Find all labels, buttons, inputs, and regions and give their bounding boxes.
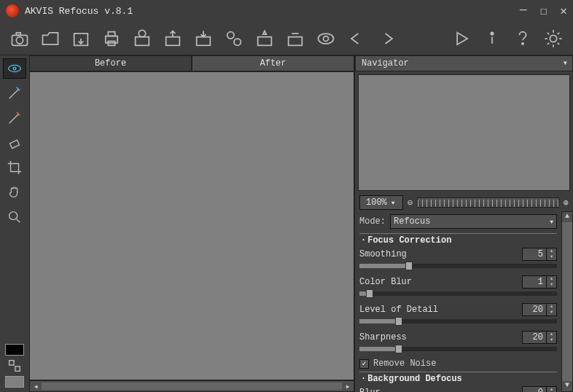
- scroll-right-icon[interactable]: ▸: [342, 381, 354, 392]
- svg-rect-7: [136, 36, 149, 45]
- image-canvas[interactable]: [29, 71, 354, 380]
- redo-arrow-icon[interactable]: [375, 26, 399, 51]
- crop-tool[interactable]: [3, 157, 26, 178]
- window-title: AKVIS Refocus v.8.1: [25, 6, 133, 17]
- spin-down-icon[interactable]: ▼: [547, 254, 556, 260]
- svg-point-17: [491, 32, 494, 35]
- scroll-up-icon[interactable]: ▲: [562, 212, 572, 222]
- svg-rect-14: [289, 36, 303, 45]
- print-icon[interactable]: [99, 26, 124, 51]
- params-scrollbar[interactable]: ▲ ▼: [561, 211, 573, 392]
- right-panel: Navigator ▾ 100%▼ ⊖ ⊕ Mode: Refocus▼ Foc…: [354, 55, 573, 392]
- svg-rect-9: [166, 36, 180, 45]
- zoom-slider[interactable]: [417, 197, 559, 208]
- app-logo-icon: [6, 4, 19, 17]
- horizontal-scrollbar[interactable]: ◂ ▸: [29, 380, 354, 392]
- detail-input[interactable]: ▲▼: [522, 303, 557, 316]
- eraser-tool[interactable]: [3, 133, 26, 153]
- svg-rect-4: [106, 36, 117, 42]
- param-colorblur: Color Blur ▲▼: [359, 275, 557, 296]
- undo-arrow-icon[interactable]: [344, 26, 369, 51]
- tab-before[interactable]: Before: [29, 55, 192, 71]
- param-smoothing: Smoothing ▲▼: [359, 248, 557, 268]
- param-blur: Blur ▲▼: [359, 386, 557, 392]
- detail-slider[interactable]: [359, 319, 557, 324]
- svg-point-11: [227, 31, 234, 38]
- navigator-preview[interactable]: [358, 74, 570, 191]
- group-focus-correction: Focus Correction: [359, 233, 557, 246]
- svg-point-12: [234, 39, 241, 45]
- collapse-triangle-icon[interactable]: ▾: [563, 55, 568, 71]
- zoom-tool[interactable]: [3, 207, 26, 227]
- scroll-left-icon[interactable]: ◂: [30, 381, 42, 392]
- smoothing-slider[interactable]: [359, 264, 557, 268]
- info-icon[interactable]: [480, 26, 504, 51]
- view-area: Before After ◂ ▸: [29, 55, 354, 392]
- svg-rect-13: [258, 36, 272, 45]
- smoothing-input[interactable]: ▲▼: [522, 248, 557, 261]
- maximize-button[interactable]: ☐: [540, 4, 547, 18]
- titlebar: AKVIS Refocus v.8.1 — ☐ ✕: [0, 0, 573, 22]
- zoom-in-icon[interactable]: ⊕: [564, 197, 569, 208]
- camera-icon[interactable]: [7, 26, 32, 51]
- svg-point-19: [550, 35, 556, 42]
- publish-icon[interactable]: [130, 26, 155, 51]
- param-sharpness: Sharpness ▲▼: [359, 331, 557, 351]
- svg-point-20: [9, 65, 21, 71]
- svg-rect-25: [15, 366, 20, 371]
- export-up-icon[interactable]: [160, 26, 185, 51]
- svg-rect-22: [9, 140, 19, 148]
- param-detail: Level of Detail ▲▼: [359, 303, 557, 324]
- preview-toggle-icon[interactable]: [313, 26, 338, 51]
- hand-tool[interactable]: [3, 182, 26, 203]
- run-play-icon[interactable]: [449, 26, 474, 51]
- svg-point-23: [9, 212, 17, 220]
- batch-settings-icon[interactable]: [222, 26, 246, 51]
- blur-input[interactable]: ▲▼: [522, 386, 557, 392]
- main-toolbar: [0, 22, 573, 55]
- scroll-down-icon[interactable]: ▼: [562, 381, 572, 391]
- svg-point-15: [319, 34, 334, 44]
- colorblur-input[interactable]: ▲▼: [522, 275, 557, 289]
- sharpness-slider[interactable]: [359, 347, 557, 351]
- mode-select[interactable]: Refocus▼: [390, 214, 557, 229]
- background-area-tool[interactable]: [3, 108, 26, 128]
- zoom-out-icon[interactable]: ⊖: [408, 197, 413, 208]
- svg-point-21: [13, 67, 16, 70]
- minimize-button[interactable]: —: [520, 4, 527, 18]
- open-file-icon[interactable]: [38, 26, 63, 51]
- favorite-icon[interactable]: [252, 26, 277, 51]
- svg-point-16: [324, 36, 329, 41]
- svg-rect-5: [108, 31, 114, 36]
- preset-edit-icon[interactable]: [283, 26, 308, 51]
- sharpness-input[interactable]: ▲▼: [522, 331, 557, 344]
- svg-point-1: [16, 36, 23, 43]
- svg-rect-2: [16, 32, 20, 35]
- svg-rect-10: [197, 36, 211, 45]
- foreground-swatch[interactable]: [5, 344, 24, 356]
- tool-sidebar: [0, 55, 29, 392]
- tab-after[interactable]: After: [192, 55, 354, 71]
- navigator-header[interactable]: Navigator ▾: [355, 55, 573, 71]
- mode-label: Mode:: [359, 216, 386, 227]
- zoom-value[interactable]: 100%▼: [359, 195, 403, 210]
- remove-noise-checkbox[interactable]: ✓ Remove Noise: [359, 358, 557, 369]
- svg-point-8: [139, 30, 145, 36]
- svg-rect-24: [9, 361, 14, 365]
- spin-up-icon[interactable]: ▲: [547, 248, 556, 254]
- settings-gear-icon[interactable]: [541, 26, 566, 51]
- background-swatch[interactable]: [5, 376, 24, 388]
- close-button[interactable]: ✕: [560, 4, 567, 18]
- svg-point-18: [522, 42, 523, 44]
- group-background-defocus: Background Defocus: [359, 372, 557, 384]
- help-icon[interactable]: [510, 26, 535, 51]
- parameters-panel: Mode: Refocus▼ Focus Correction Smoothin…: [355, 211, 561, 392]
- swap-swatches-icon[interactable]: [3, 358, 26, 373]
- save-file-icon[interactable]: [69, 26, 93, 51]
- import-down-icon[interactable]: [191, 26, 216, 51]
- navigator-title: Navigator: [362, 55, 409, 71]
- focus-area-tool[interactable]: [3, 83, 26, 103]
- colorblur-slider[interactable]: [359, 291, 557, 296]
- quick-preview-tool[interactable]: [3, 58, 26, 79]
